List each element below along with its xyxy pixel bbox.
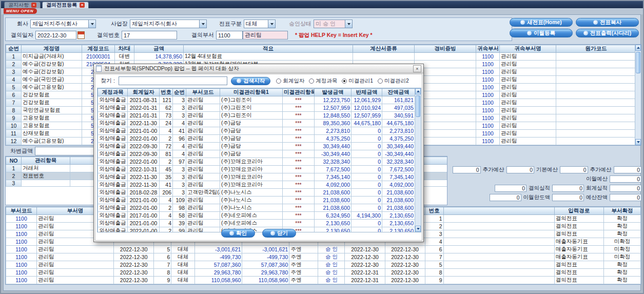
budget-label: 추가예산 <box>483 166 504 173</box>
table-row[interactable]: 외상매출금2021-01-31733관리팀(주)그린조이***12,848,55… <box>98 112 415 120</box>
scroll-up-icon[interactable] <box>635 45 641 51</box>
table-row[interactable]: 1100관리팀2022-12-309대체110,058,960110,058,9… <box>6 277 641 284</box>
popup-result-table: 계정과목회계일자번호순번부서코드미결관리항목1미결관리항목2발생금액반제금액잔액… <box>97 88 415 232</box>
popup-titlebar[interactable]: 전표세부항목(SPNDCDPop) 팝업 -- 웹 페이지 대화 상자 × <box>94 64 423 73</box>
popup-body: 찾기 : 검색시작 회계일자계정과목미결관리1미결관리2 계정과목회계일자번호순… <box>95 74 422 241</box>
chevron-down-icon[interactable] <box>345 20 352 28</box>
print-slip-button[interactable]: 전표출력(사다리) <box>576 29 639 37</box>
dept-name-field: 관리팀 <box>243 31 288 40</box>
chevron-down-icon[interactable] <box>199 20 206 28</box>
radio-option[interactable]: 미결관리1 <box>342 77 373 85</box>
popup-title-text: 전표세부항목(SPNDCDPop) 팝업 -- 웹 페이지 대화 상자 <box>104 65 239 72</box>
column-header: 계정명 <box>22 45 82 53</box>
calendar-icon[interactable] <box>77 31 85 39</box>
table-row[interactable]: 1100관리팀2022-12-305대체-3,001,621-3,001,621… <box>6 246 641 253</box>
table-row[interactable]: 외상매출금2022-10-31453관리팀(주)꼬매요코리아***7,672,5… <box>98 166 415 173</box>
budget-label: 회계실적 <box>586 185 608 192</box>
search-start-button[interactable]: 검색시작 <box>231 77 270 85</box>
table-row[interactable]: 외상매출금2022-09-30724관리팀(주)금당***30,349,4400… <box>98 143 415 150</box>
approval-label: 승인상태 <box>276 20 314 28</box>
table-row[interactable]: 외상매출금2017-01-00458관리팀(주)네오피에스***6,324,95… <box>98 212 415 220</box>
scroll-up-icon[interactable] <box>415 88 421 94</box>
tab-notice[interactable]: 공지사항 × <box>4 2 41 8</box>
table-row[interactable]: 1100관리팀2022-12-308대체29,963,78029,963,780… <box>6 269 641 277</box>
column-header: 번호 <box>160 89 173 96</box>
document-icon <box>96 65 102 72</box>
column-header: 미결관리항목2 <box>283 89 315 96</box>
column-header: 적요 <box>184 45 353 53</box>
scroll-thumb[interactable] <box>636 52 640 73</box>
table-row[interactable]: 외상매출금2022-01-31623관리팀(주)그린조이***12,507,95… <box>98 104 415 112</box>
popup-close-icon[interactable]: × <box>413 65 421 72</box>
column-header: 경비증빙 <box>415 45 476 53</box>
table-row[interactable]: 1100관리팀2022-12-306대체-499,730-499,730주엔승 … <box>6 253 641 261</box>
confirm-button[interactable]: 확인 <box>221 229 255 238</box>
button-icon <box>593 20 598 25</box>
column-header: 귀속부서 <box>476 45 500 53</box>
table-row[interactable]: 1100관리팀2022-12-307대체57,087,36057,087,360… <box>6 261 641 269</box>
column-header: 부서코드 <box>186 89 220 96</box>
chevron-down-icon[interactable] <box>268 20 275 28</box>
table-row[interactable]: 외상매출금2021-01-004109관리팀(주)나노시스***21,038,6… <box>98 197 415 204</box>
vertical-scrollbar[interactable] <box>635 45 641 145</box>
menu-open-button[interactable]: MENU OPEN <box>4 8 37 14</box>
radio-dot-icon <box>342 79 347 84</box>
table-row[interactable]: 외상매출금2021-01-00439관리팀(주)네오피에스***2,130,65… <box>98 220 415 227</box>
new-slip-button[interactable]: 새전표(Home) <box>510 18 573 27</box>
table-row[interactable]: 외상매출금2022-11-30413관리팀(주)꼬매요코리아***4,092,0… <box>98 181 415 189</box>
slip-type-select[interactable]: 대체 <box>244 19 276 28</box>
table-row[interactable]: 외상매출금2018-02-282063고객만족2팀(J2(주)나노시스***21… <box>98 189 415 197</box>
close-button[interactable]: 닫기 <box>262 229 296 238</box>
slip-date-label: 결의일자 <box>9 31 35 39</box>
search-mode-radios: 회계일자계정과목미결관리1미결관리2 <box>276 77 409 85</box>
column-header: 부서확정 <box>603 207 640 215</box>
radio-option[interactable]: 계정과목 <box>309 77 337 85</box>
search-input[interactable] <box>119 76 227 85</box>
chevron-down-icon[interactable] <box>88 20 95 28</box>
budget-label: 기본예산 <box>536 166 558 173</box>
button-icon <box>527 31 532 35</box>
budget-label: 이월한도액 <box>523 194 551 201</box>
copy-slip-button[interactable]: 전표복사 <box>576 18 639 27</box>
popup-search-row: 찾기 : 검색시작 회계일자계정과목미결관리1미결관리2 <box>95 74 422 87</box>
column-header <box>443 207 554 215</box>
bizplace-select[interactable]: 제일저지주식회사 <box>130 19 207 28</box>
table-row[interactable]: 외상매출금2022-01-00298관리팀(주)나노시스***21,038,60… <box>98 204 415 212</box>
tab-slip-entry[interactable]: 결의전표등록 × <box>42 2 89 8</box>
column-header: 계정코드 <box>82 45 115 53</box>
company-select[interactable]: 제일저지주식회사 <box>30 19 96 28</box>
tab-close-icon[interactable]: × <box>31 3 36 8</box>
vertical-scrollbar[interactable] <box>415 88 421 232</box>
column-header: 귀속부서명 <box>500 45 556 53</box>
table-row[interactable]: 1100관리팀2022-12-3010대체49,72049,720조명우승 인2… <box>6 284 641 285</box>
budget-field: 0 <box>552 194 584 201</box>
radio-dot-icon <box>276 79 281 84</box>
scroll-thumb[interactable] <box>416 95 420 117</box>
carryover-register-button[interactable]: 이월등록 <box>510 29 573 37</box>
radio-option[interactable]: 회계일자 <box>276 77 304 85</box>
approval-select[interactable]: 미 승 인 <box>314 19 353 28</box>
bizplace-label: 사업장 <box>96 20 130 28</box>
radio-option[interactable]: 미결관리2 <box>378 77 409 85</box>
table-row[interactable]: 외상매출금2022-01-00297관리팀(주)꼬매요코리아***32,328,… <box>98 158 415 166</box>
slip-date-input[interactable]: 2022-12-30 <box>35 31 76 40</box>
table-row[interactable]: 외상매출금2021-08-311213관리팀(주)그린조이***12,223,7… <box>98 96 415 104</box>
budget-field: 0 <box>610 194 641 201</box>
table-row[interactable]: 외상매출금2022-01-00296관리팀(주)금당***4,375,25004… <box>98 135 415 143</box>
table-row[interactable]: 외상매출금2021-01-00441관리팀(주)금당***2,273,81002… <box>98 127 415 135</box>
button-icon <box>583 31 588 35</box>
dept-code-input[interactable]: 1100 <box>216 31 243 40</box>
tab-close-icon[interactable]: × <box>80 3 85 8</box>
scroll-down-icon[interactable] <box>635 139 641 145</box>
table-row[interactable]: 외상매출금2022-11-30244관리팀(주)금당***89,350,3604… <box>98 120 415 127</box>
column-header: 차/대 <box>115 45 134 53</box>
table-row[interactable]: 외상매출금2022-11-30353관리팀(주)꼬매요코리아***7,345,1… <box>98 173 415 181</box>
header-form: 회사 제일저지주식회사 사업장 제일저지주식회사 전표구분 대체 승인상태 미 … <box>5 17 512 41</box>
table-row[interactable]: 외상매출금2022-09-30814관리팀(주)금당***-30,349,440… <box>98 150 415 158</box>
budget-panel: 0추가예산0기본예산0추가예산0이월예산00결의실적0회계실적00이월한도액0예… <box>453 156 641 205</box>
bizplace-value: 제일저지주식회사 <box>130 20 199 28</box>
slip-no-input[interactable]: 17 <box>122 31 177 40</box>
column-header: 계정과목 <box>98 89 128 96</box>
table-row[interactable]: 1미지급금(거래처)21000301대변14,378,95012월 4대보험료1… <box>6 53 636 61</box>
tab-label: 결의전표등록 <box>46 2 77 9</box>
